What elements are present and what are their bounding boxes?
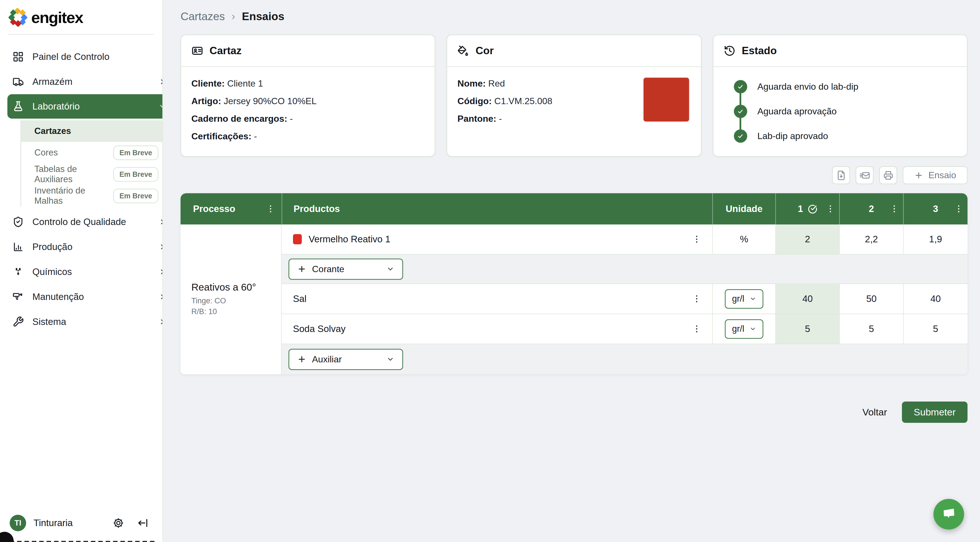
gear-icon[interactable] <box>113 517 124 529</box>
bottom-edge-artifact <box>10 541 155 542</box>
trial-value: 5 <box>933 324 938 334</box>
sidebar-item-laboratorio[interactable]: Laboratório <box>7 94 162 119</box>
value-cell[interactable]: 50 <box>839 284 903 314</box>
sidebar-item-cartazes[interactable]: Cartazes <box>21 120 162 142</box>
sidebar-item-quimicos[interactable]: Químicos <box>0 259 162 285</box>
card-title: Cartaz <box>210 45 242 57</box>
status-step-label: Aguarda aprovação <box>757 106 837 117</box>
field-label: Pantone: <box>457 113 496 124</box>
page-title: Ensaios <box>242 10 285 23</box>
chevron-right-icon <box>158 218 163 226</box>
column-header-productos: Productos <box>282 193 712 224</box>
unit-select[interactable]: gr/l <box>725 289 763 309</box>
export-file-button[interactable] <box>832 166 850 184</box>
field-value: Cliente 1 <box>227 78 263 89</box>
kebab-menu-icon[interactable] <box>954 204 964 214</box>
plus-icon <box>914 171 923 180</box>
add-ensaio-button[interactable]: Ensaio <box>903 166 967 184</box>
status-step: Aguarda aprovação <box>734 105 957 118</box>
value-cell[interactable]: 5 <box>839 314 903 344</box>
kebab-menu-icon[interactable] <box>692 324 702 334</box>
sidebar-item-painel-de-controlo[interactable]: Painel de Controlo <box>0 44 162 69</box>
truck-icon <box>13 76 24 87</box>
field-label: Cliente: <box>191 78 224 89</box>
kebab-menu-icon[interactable] <box>692 294 702 304</box>
kebab-menu-icon[interactable] <box>692 234 702 244</box>
field-caderno: Caderno de encargos: - <box>191 113 425 124</box>
field-cliente: Cliente: Cliente 1 <box>191 78 425 89</box>
sidebar-item-label: Produção <box>32 242 72 252</box>
summary-cards: Cartaz Cliente: Cliente 1 Artigo: Jersey… <box>181 35 967 157</box>
ensaios-toolbar: Ensaio <box>181 166 967 184</box>
user-name: Tinturaria <box>33 518 73 528</box>
chevron-right-icon <box>158 268 163 276</box>
process-details: Tinge: CO R/B: 10 <box>191 296 226 317</box>
cartaz-card: Cartaz Cliente: Cliente 1 Artigo: Jersey… <box>181 35 435 157</box>
unit-value: % <box>740 234 748 245</box>
value-cell[interactable]: 40 <box>775 284 839 314</box>
breadcrumb-cartazes[interactable]: Cartazes <box>181 10 225 23</box>
process-name: Reativos a 60° <box>191 281 256 293</box>
avatar[interactable]: TI <box>10 515 26 531</box>
value-cell[interactable]: 2,2 <box>839 224 903 254</box>
check-circle-icon[interactable] <box>808 204 817 214</box>
sidebar-item-manutencao[interactable]: Manutenção <box>0 285 162 309</box>
cartaz-card-body: Cliente: Cliente 1 Artigo: Jersey 90%CO … <box>181 67 434 157</box>
laboratorio-submenu: Cartazes Cores Em Breve Tabelas de Auxil… <box>21 120 162 207</box>
product-row-soda-solvay: Soda Solvay <box>282 314 712 344</box>
sidebar-item-label: Armazém <box>32 76 72 87</box>
value-cell[interactable]: 40 <box>903 284 967 314</box>
status-step: Lab-dip aprovado <box>734 129 957 143</box>
chat-fab-button[interactable] <box>934 499 964 529</box>
field-certificacoes: Certificações: - <box>191 131 425 141</box>
print-button[interactable] <box>879 166 897 184</box>
column-header-label: Processo <box>193 203 235 214</box>
column-header-unidade: Unidade <box>712 193 775 224</box>
sidebar-item-tabelas-de-auxiliares[interactable]: Tabelas de Auxiliares Em Breve <box>21 164 162 185</box>
sidebar-subitem-label: Cores <box>34 148 58 158</box>
main-content: Cartazes › Ensaios Cartaz Cliente: Clien… <box>163 0 980 542</box>
breadcrumb: Cartazes › Ensaios <box>181 8 967 23</box>
sidebar-footer: TI Tinturaria <box>0 507 162 542</box>
brand-name: engitex <box>31 8 83 27</box>
add-corante-row: Corante <box>282 254 967 284</box>
collapse-sidebar-icon[interactable] <box>137 517 149 529</box>
sidebar-item-controlo-de-qualidade[interactable]: Controlo de Qualidade <box>0 210 162 234</box>
sidebar-item-sistema[interactable]: Sistema <box>0 309 162 334</box>
add-corante-button[interactable]: Corante <box>288 259 403 280</box>
status-step-label: Lab-dip aprovado <box>757 131 828 141</box>
sidebar-item-cores[interactable]: Cores Em Breve <box>21 142 162 164</box>
card-title: Estado <box>742 45 777 57</box>
send-email-button[interactable] <box>856 166 873 184</box>
chevron-down-icon <box>749 296 756 302</box>
trial-value: 1,9 <box>929 234 942 245</box>
chevron-down-icon <box>749 326 756 332</box>
kebab-menu-icon[interactable] <box>826 204 835 214</box>
cor-card-body: Nome: Red Código: C1.VM.25.008 Pantone: … <box>447 67 701 143</box>
submeter-button[interactable]: Submeter <box>902 402 967 423</box>
value-cell[interactable]: 5 <box>903 314 967 344</box>
recipe-table: Processo Productos Unidade 1 <box>181 193 967 374</box>
add-auxiliar-button[interactable]: Auxiliar <box>288 349 403 370</box>
unit-select[interactable]: gr/l <box>725 319 763 339</box>
chevron-right-icon <box>158 243 163 251</box>
sidebar-item-producao[interactable]: Produção <box>0 234 162 259</box>
printer-icon <box>883 170 893 181</box>
sidebar-nav: Painel de Controlo Armazém Laboratório <box>0 37 162 334</box>
voltar-button[interactable]: Voltar <box>862 407 887 418</box>
chat-bubble-icon <box>941 507 956 522</box>
kebab-menu-icon[interactable] <box>889 204 899 214</box>
column-header-label: Productos <box>294 203 340 214</box>
sidebar-subitem-label: Tabelas de Auxiliares <box>34 164 113 184</box>
sidebar-item-inventario-de-malhas[interactable]: Inventário de Malhas Em Breve <box>21 185 162 207</box>
value-cell[interactable]: 1,9 <box>903 224 967 254</box>
unit-cell: gr/l <box>712 314 775 344</box>
brand-logo[interactable]: engitex <box>0 0 162 34</box>
add-auxiliar-label: Auxiliar <box>312 354 342 365</box>
value-cell[interactable]: 5 <box>775 314 839 344</box>
value-cell[interactable]: 2 <box>775 224 839 254</box>
plus-icon <box>297 355 306 364</box>
field-label: Certificações: <box>191 131 251 141</box>
sidebar-item-armazem[interactable]: Armazém <box>0 69 162 94</box>
kebab-menu-icon[interactable] <box>266 204 275 214</box>
